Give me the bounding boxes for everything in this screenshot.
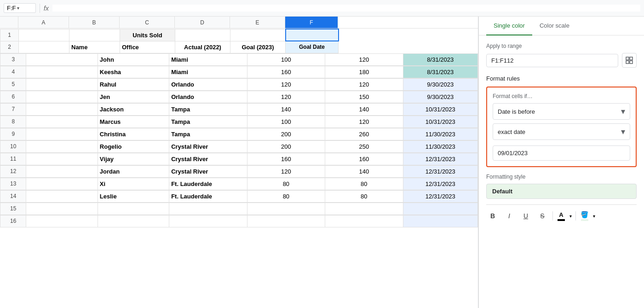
cell-5c[interactable]: Orlando: [169, 78, 247, 90]
cell-10d[interactable]: 200: [247, 140, 325, 152]
cell-7c[interactable]: Tampa: [169, 103, 247, 115]
cell-12d[interactable]: 120: [247, 165, 325, 177]
cell-9d[interactable]: 200: [247, 128, 325, 140]
fill-color-dropdown-arrow[interactable]: ▾: [593, 214, 595, 219]
cell-3b[interactable]: John: [98, 53, 169, 65]
condition-dropdown[interactable]: Date is before ▾: [493, 103, 630, 120]
cell-3e[interactable]: 120: [325, 53, 403, 65]
cell-6a[interactable]: [26, 91, 98, 103]
cell-4c[interactable]: Miami: [169, 66, 247, 78]
cell-16d[interactable]: [247, 215, 325, 227]
col-header-a[interactable]: A: [18, 17, 69, 28]
cell-15f[interactable]: [403, 203, 477, 215]
cell-4b[interactable]: Keesha: [98, 66, 169, 78]
cell-3c[interactable]: Miami: [169, 53, 247, 65]
range-input[interactable]: [486, 54, 618, 67]
cell-15b[interactable]: [98, 203, 169, 215]
cell-13d[interactable]: 80: [247, 178, 325, 190]
italic-button[interactable]: I: [503, 209, 516, 222]
cell-10b[interactable]: Rogelio: [98, 140, 169, 152]
cell-11f[interactable]: 12/31/2023: [403, 153, 477, 165]
cell-11d[interactable]: 160: [247, 153, 325, 165]
cell-11e[interactable]: 160: [325, 153, 403, 165]
cell-5e[interactable]: 120: [325, 78, 403, 90]
cell-13e[interactable]: 80: [325, 178, 403, 190]
cell-8b[interactable]: Marcus: [98, 116, 169, 128]
cell-14c[interactable]: Ft. Lauderdale: [169, 190, 247, 202]
cell-9b[interactable]: Christina: [98, 128, 169, 140]
cell-16e[interactable]: [325, 215, 403, 227]
cell-13a[interactable]: [26, 178, 98, 190]
cell-1c[interactable]: Units Sold: [120, 29, 175, 41]
cell-9c[interactable]: Tampa: [169, 128, 247, 140]
cell-8d[interactable]: 100: [247, 116, 325, 128]
cell-4d[interactable]: 160: [247, 66, 325, 78]
cell-2b[interactable]: Name: [69, 41, 120, 53]
cell-7e[interactable]: 140: [325, 103, 403, 115]
cell-8e[interactable]: 120: [325, 116, 403, 128]
cell-12b[interactable]: Jordan: [98, 165, 169, 177]
cell-4f[interactable]: 8/31/2023: [403, 66, 477, 78]
range-grid-button[interactable]: [622, 53, 637, 68]
cell-10a[interactable]: [26, 140, 98, 152]
cell-8c[interactable]: Tampa: [169, 116, 247, 128]
cell-14f[interactable]: 12/31/2023: [403, 190, 477, 202]
cell-10c[interactable]: Crystal River: [169, 140, 247, 152]
cell-15e[interactable]: [325, 203, 403, 215]
tab-color-scale[interactable]: Color scale: [532, 17, 577, 35]
cell-reference-box[interactable]: F:F ▾: [4, 3, 36, 13]
cell-14a[interactable]: [26, 190, 98, 202]
cell-1a[interactable]: [19, 29, 69, 41]
col-header-c[interactable]: C: [120, 17, 175, 28]
cell-3d[interactable]: 100: [247, 53, 325, 65]
cell-3a[interactable]: [26, 53, 98, 65]
cell-1f[interactable]: [286, 29, 339, 41]
cell-14e[interactable]: 80: [325, 190, 403, 202]
cell-10f[interactable]: 11/30/2023: [403, 140, 477, 152]
cell-6e[interactable]: 150: [325, 91, 403, 103]
col-header-e[interactable]: E: [230, 17, 285, 28]
cell-8a[interactable]: [26, 116, 98, 128]
cell-10e[interactable]: 250: [325, 140, 403, 152]
cell-14b[interactable]: Leslie: [98, 190, 169, 202]
strikethrough-button[interactable]: S: [536, 209, 549, 222]
cell-9e[interactable]: 260: [325, 128, 403, 140]
cell-11c[interactable]: Crystal River: [169, 153, 247, 165]
cell-1e[interactable]: [230, 29, 286, 41]
date-value-input[interactable]: [493, 145, 630, 161]
cell-12a[interactable]: [26, 165, 98, 177]
cell-6d[interactable]: 120: [247, 91, 325, 103]
cell-11b[interactable]: Vijay: [98, 153, 169, 165]
cell-16a[interactable]: [26, 215, 98, 227]
cell-12e[interactable]: 140: [325, 165, 403, 177]
cell-6c[interactable]: Orlando: [169, 91, 247, 103]
cell-16c[interactable]: [169, 215, 247, 227]
cell-15d[interactable]: [247, 203, 325, 215]
cell-2c[interactable]: Office: [120, 41, 175, 53]
cell-11a[interactable]: [26, 153, 98, 165]
cell-13f[interactable]: 12/31/2023: [403, 178, 477, 190]
cell-1d[interactable]: [175, 29, 230, 41]
cell-ref-dropdown-arrow[interactable]: ▾: [17, 6, 19, 11]
sub-condition-dropdown[interactable]: exact date ▾: [493, 123, 630, 140]
cell-2d[interactable]: Actual (2022): [175, 41, 230, 53]
cell-15a[interactable]: [26, 203, 98, 215]
cell-13c[interactable]: Ft. Lauderdale: [169, 178, 247, 190]
col-header-f[interactable]: F: [285, 17, 338, 28]
cell-12c[interactable]: Crystal River: [169, 165, 247, 177]
cell-14d[interactable]: 80: [247, 190, 325, 202]
cell-5d[interactable]: 120: [247, 78, 325, 90]
fill-color-button[interactable]: 🪣: [580, 210, 589, 222]
cell-13b[interactable]: Xi: [98, 178, 169, 190]
cell-6f[interactable]: 9/30/2023: [403, 91, 477, 103]
cell-7d[interactable]: 140: [247, 103, 325, 115]
cell-6b[interactable]: Jen: [98, 91, 169, 103]
text-color-dropdown-arrow[interactable]: ▾: [569, 214, 572, 219]
cell-1b[interactable]: [69, 29, 120, 41]
cell-7f[interactable]: 10/31/2023: [403, 103, 477, 115]
cell-4a[interactable]: [26, 66, 98, 78]
col-header-d[interactable]: D: [175, 17, 230, 28]
cell-9f[interactable]: 11/30/2023: [403, 128, 477, 140]
cell-8f[interactable]: 10/31/2023: [403, 116, 477, 128]
formula-bar[interactable]: [52, 5, 640, 12]
